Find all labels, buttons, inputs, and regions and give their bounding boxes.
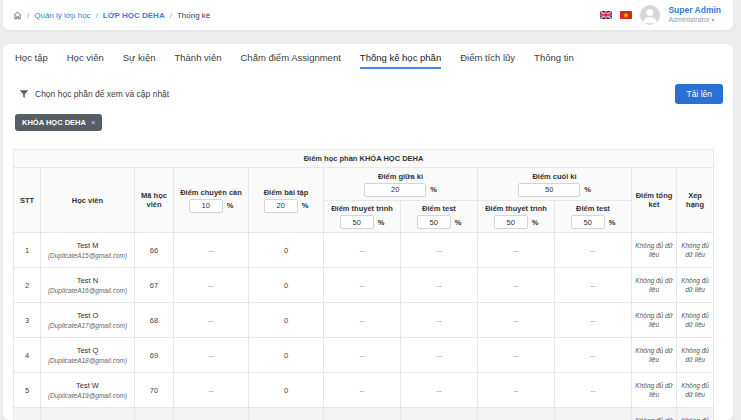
tab-thanh-vien[interactable]: Thành viên	[174, 52, 221, 69]
cell-student: Test O(DuplicateA17@gmail.com)	[41, 303, 135, 338]
cell-total: Không đủ dữ liệu	[632, 303, 677, 338]
breadcrumb-link-class-deha[interactable]: LỚP HỌC DEHA	[103, 11, 165, 20]
breadcrumb: / Quản lý lớp học / LỚP HỌC DEHA / Thống…	[13, 11, 210, 20]
percent-sign: %	[532, 218, 539, 227]
filter-left: Chọn học phần để xem và cập nhật	[13, 85, 169, 103]
cell-fin-presentation: --	[478, 373, 555, 408]
cell-student: Test Y	[41, 408, 135, 420]
fin-test-weight-input[interactable]	[571, 215, 605, 229]
cell-stt: 4	[14, 338, 41, 373]
fin-presentation-weight-input[interactable]	[494, 215, 528, 229]
cell-homework: 0	[249, 233, 324, 268]
cell-homework: 0	[249, 338, 324, 373]
tab-cham-diem-assignment[interactable]: Chấm điểm Assignment	[241, 52, 341, 69]
vn-flag-icon[interactable]	[620, 11, 632, 19]
tab-thong-tin[interactable]: Thông tin	[534, 52, 574, 69]
page: / Quản lý lớp học / LỚP HỌC DEHA / Thống…	[0, 0, 741, 420]
col-header-code: Mã học viên	[135, 168, 174, 233]
cell-mid-test: --	[401, 268, 478, 303]
tag-row: KHÓA HỌC DEHA ×	[13, 111, 723, 128]
col-header-midterm: Điểm giữa kì %	[324, 168, 478, 201]
course-tag[interactable]: KHÓA HỌC DEHA ×	[15, 114, 102, 131]
cell-student: Test Q(DuplicateA18@gmail.com)	[41, 338, 135, 373]
mid-test-weight-input[interactable]	[417, 215, 451, 229]
user-menu[interactable]: Super Admin Administrator ▾	[668, 6, 721, 24]
chevron-down-icon: ▾	[712, 17, 715, 23]
cell-mid-presentation: --	[324, 373, 401, 408]
cell-total: Không đủ dữ liệu	[632, 233, 677, 268]
tab-diem-tich-luy[interactable]: Điểm tích lũy	[460, 52, 515, 69]
cell-stt: 1	[14, 233, 41, 268]
cell-attendance: --	[174, 303, 249, 338]
user-role: Administrator ▾	[668, 16, 721, 24]
cell-fin-test: --	[555, 338, 632, 373]
final-weight-input[interactable]	[518, 183, 580, 197]
cell-code: 69	[135, 338, 174, 373]
cell-total: Không đủ dữ liệu	[632, 338, 677, 373]
tab-hoc-vien[interactable]: Học viên	[67, 52, 104, 69]
percent-sign: %	[302, 201, 309, 210]
percent-sign: %	[584, 185, 591, 194]
cell-mid-test	[401, 408, 478, 420]
cell-code: 68	[135, 303, 174, 338]
cell-mid-test: --	[401, 338, 478, 373]
cell-mid-presentation: --	[324, 338, 401, 373]
col-header-total: Điểm tổng kết	[632, 168, 677, 233]
midterm-weight-input[interactable]	[364, 183, 426, 197]
cell-student: Test N(DuplicateA16@gmail.com)	[41, 268, 135, 303]
breadcrumb-link-class-management[interactable]: Quản lý lớp học	[34, 11, 90, 20]
cell-code: 66	[135, 233, 174, 268]
table-row: 2Test N(DuplicateA16@gmail.com)67--0----…	[14, 268, 714, 303]
cell-code: 67	[135, 268, 174, 303]
cell-total: Không đủ dữ liệu	[632, 268, 677, 303]
table-body: 1Test M(DuplicateA15@gmail.com)66--0----…	[14, 233, 714, 420]
col-header-mid-test: Điểm test %	[401, 201, 478, 233]
cell-rank: Không đủ dữ liệu	[677, 233, 714, 268]
percent-sign: %	[455, 218, 462, 227]
col-header-attendance: Điểm chuyên cần %	[174, 168, 249, 233]
col-header-fin-test: Điểm test %	[555, 201, 632, 233]
table-title: Điểm học phần KHÓA HỌC DEHA	[14, 150, 714, 168]
cell-fin-test: --	[555, 233, 632, 268]
col-header-homework: Điểm bài tập %	[249, 168, 324, 233]
content-card: Học tập Học viên Sự kiện Thành viên Chấm…	[3, 44, 733, 420]
cell-student: Test M(DuplicateA15@gmail.com)	[41, 233, 135, 268]
cell-attendance: --	[174, 373, 249, 408]
percent-sign: %	[430, 185, 437, 194]
tag-close-icon[interactable]: ×	[91, 118, 95, 127]
upload-button[interactable]: Tải lên	[675, 84, 723, 104]
attendance-weight-input[interactable]	[189, 199, 223, 213]
course-tag-label: KHÓA HỌC DEHA	[22, 118, 86, 127]
tab-su-kien[interactable]: Sự kiện	[123, 52, 156, 69]
homework-weight-input[interactable]	[264, 199, 298, 213]
mid-presentation-weight-input[interactable]	[340, 215, 374, 229]
cell-total: Không đủ dữ liệu	[632, 408, 677, 420]
uk-flag-icon[interactable]	[600, 11, 612, 19]
cell-homework: 0	[249, 373, 324, 408]
table-row: 1Test M(DuplicateA15@gmail.com)66--0----…	[14, 233, 714, 268]
breadcrumb-separator: /	[96, 11, 98, 20]
tab-hoc-tap[interactable]: Học tập	[15, 52, 48, 69]
cell-rank: Không đủ dữ liệu	[677, 408, 714, 420]
cell-rank: Không đủ dữ liệu	[677, 338, 714, 373]
table-row: 3Test O(DuplicateA17@gmail.com)68--0----…	[14, 303, 714, 338]
cell-fin-presentation: --	[478, 268, 555, 303]
percent-sign: %	[227, 201, 234, 210]
tab-thong-ke-hoc-phan[interactable]: Thống kê học phần	[360, 52, 441, 69]
cell-fin-presentation: --	[478, 233, 555, 268]
cell-mid-test: --	[401, 303, 478, 338]
cell-rank: Không đủ dữ liệu	[677, 373, 714, 408]
home-icon[interactable]	[13, 11, 22, 20]
avatar[interactable]	[640, 5, 660, 25]
cell-fin-test: --	[555, 268, 632, 303]
topbar-right: Super Admin Administrator ▾	[600, 5, 721, 25]
cell-attendance: --	[174, 268, 249, 303]
cell-homework: 0	[249, 268, 324, 303]
cell-attendance	[174, 408, 249, 420]
cell-fin-test: --	[555, 303, 632, 338]
cell-fin-test	[555, 408, 632, 420]
col-header-final: Điểm cuối kì %	[478, 168, 632, 201]
filter-funnel-icon	[19, 85, 29, 103]
filter-row: Chọn học phần để xem và cập nhật Tải lên	[13, 84, 723, 104]
table-row: 4Test Q(DuplicateA18@gmail.com)69--0----…	[14, 338, 714, 373]
